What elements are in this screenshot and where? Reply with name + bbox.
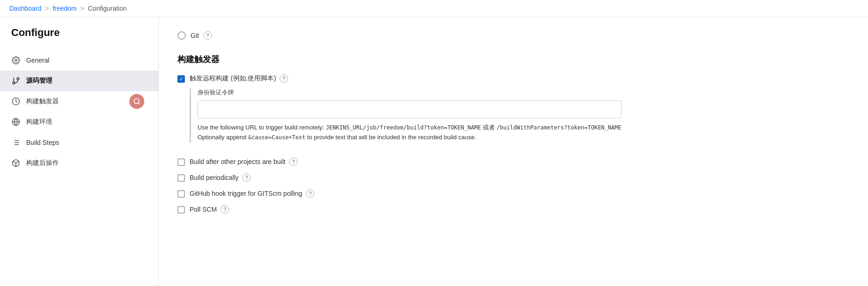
main-layout: Configure General 源码管理 构建 bbox=[0, 17, 868, 286]
svg-point-5 bbox=[134, 99, 139, 104]
periodically-label: Build periodically bbox=[190, 174, 239, 181]
breadcrumb-dashboard[interactable]: Dashboard bbox=[9, 5, 42, 12]
after-other-help-icon[interactable]: ? bbox=[289, 157, 297, 166]
poll-scm-checkbox[interactable] bbox=[177, 206, 185, 214]
breadcrumb-sep-2: > bbox=[80, 5, 84, 12]
github-hook-label: GitHub hook trigger for GITScm polling bbox=[190, 190, 302, 197]
svg-line-6 bbox=[138, 103, 140, 104]
remote-trigger-label-row: 触发远程构建 (例如,使用脚本) ? bbox=[190, 74, 621, 83]
sidebar-item-post-build-label: 构建后操作 bbox=[26, 159, 59, 167]
git-branch-icon bbox=[11, 76, 21, 86]
globe-icon bbox=[11, 117, 21, 127]
periodically-label-row: Build periodically ? bbox=[190, 173, 251, 182]
url-info-code3: &cause=Cause+Text bbox=[248, 134, 305, 141]
sidebar-item-post-build[interactable]: 构建后操作 bbox=[0, 153, 158, 173]
git-label: Git bbox=[191, 32, 199, 39]
trigger-item-remote: 触发远程构建 (例如,使用脚本) ? 身份验证令牌 Use the follow… bbox=[177, 74, 849, 150]
url-info-mid: 或者 bbox=[481, 124, 496, 131]
git-radio[interactable] bbox=[177, 31, 186, 40]
sidebar-item-build-triggers[interactable]: 构建触发器 bbox=[0, 91, 158, 112]
sidebar-item-source-management[interactable]: 源码管理 bbox=[0, 71, 158, 91]
trigger-item-after-other: Build after other projects are built ? bbox=[177, 157, 849, 166]
periodically-checkbox[interactable] bbox=[177, 174, 185, 182]
poll-scm-label-row: Poll SCM ? bbox=[190, 205, 229, 214]
after-other-checkbox[interactable] bbox=[177, 158, 185, 166]
url-info-code2: /buildWithParameters?token=TOKEN_NAME bbox=[496, 124, 621, 131]
trigger-item-poll-scm: Poll SCM ? bbox=[177, 205, 849, 214]
sidebar-item-build-steps[interactable]: Build Steps bbox=[0, 132, 158, 153]
poll-scm-label: Poll SCM bbox=[190, 206, 217, 213]
git-help-icon[interactable]: ? bbox=[204, 31, 212, 40]
github-hook-checkbox[interactable] bbox=[177, 190, 185, 198]
sidebar-item-general-label: General bbox=[26, 57, 49, 64]
list-icon bbox=[11, 138, 21, 147]
breadcrumb: Dashboard > freedom > Configuration bbox=[0, 0, 868, 17]
poll-scm-help-icon[interactable]: ? bbox=[220, 205, 229, 214]
sidebar: Configure General 源码管理 构建 bbox=[0, 17, 159, 286]
clock-icon bbox=[11, 97, 21, 106]
build-triggers-title: 构建触发器 bbox=[177, 54, 849, 65]
sidebar-title: Configure bbox=[0, 27, 158, 50]
url-info: Use the following URL to trigger build r… bbox=[198, 123, 621, 143]
periodically-help-icon[interactable]: ? bbox=[242, 173, 251, 182]
github-hook-label-row: GitHub hook trigger for GITScm polling ? bbox=[190, 189, 314, 198]
git-option: Git ? bbox=[177, 31, 849, 40]
url-info-prefix: Use the following URL to trigger build r… bbox=[198, 124, 326, 131]
sidebar-item-build-environment-label: 构建环境 bbox=[26, 118, 52, 126]
url-info-line2-prefix: Optionally append bbox=[198, 134, 248, 141]
build-triggers-section: 构建触发器 触发远程构建 (例如,使用脚本) ? 身份验证令牌 Use the … bbox=[177, 54, 849, 214]
github-hook-help-icon[interactable]: ? bbox=[306, 189, 314, 198]
remote-trigger-help-icon[interactable]: ? bbox=[280, 74, 288, 83]
token-section: 身份验证令牌 Use the following URL to trigger … bbox=[190, 88, 621, 143]
trigger-item-github-hook: GitHub hook trigger for GITScm polling ? bbox=[177, 189, 849, 198]
sidebar-item-build-triggers-label: 构建触发器 bbox=[26, 97, 59, 106]
url-info-line2-suffix: to provide text that will be included in… bbox=[305, 134, 476, 141]
remote-trigger-label: 触发远程构建 (例如,使用脚本) bbox=[190, 74, 276, 83]
svg-point-2 bbox=[17, 78, 19, 80]
breadcrumb-current: Configuration bbox=[88, 5, 127, 12]
after-other-label-row: Build after other projects are built ? bbox=[190, 157, 297, 166]
content-area: Git ? 构建触发器 触发远程构建 (例如,使用脚本) ? 身份验证令牌 bbox=[159, 17, 868, 286]
token-label: 身份验证令牌 bbox=[198, 88, 621, 97]
svg-point-3 bbox=[13, 82, 15, 84]
breadcrumb-freedom[interactable]: freedom bbox=[53, 5, 77, 12]
gear-icon bbox=[11, 56, 21, 65]
box-icon bbox=[11, 158, 21, 168]
sidebar-item-general[interactable]: General bbox=[0, 50, 158, 71]
breadcrumb-sep-1: > bbox=[45, 5, 49, 12]
after-other-label: Build after other projects are built bbox=[190, 158, 285, 165]
search-overlay bbox=[129, 94, 144, 109]
sidebar-item-build-steps-label: Build Steps bbox=[26, 139, 59, 146]
svg-point-0 bbox=[15, 59, 17, 62]
token-input[interactable] bbox=[198, 100, 621, 118]
sidebar-item-build-environment[interactable]: 构建环境 bbox=[0, 112, 158, 132]
sidebar-item-source-management-label: 源码管理 bbox=[26, 77, 52, 85]
trigger-item-periodically: Build periodically ? bbox=[177, 173, 849, 182]
remote-trigger-checkbox[interactable] bbox=[177, 75, 185, 83]
url-info-code1: JENKINS_URL/job/freedom/build?token=TOKE… bbox=[326, 124, 481, 131]
